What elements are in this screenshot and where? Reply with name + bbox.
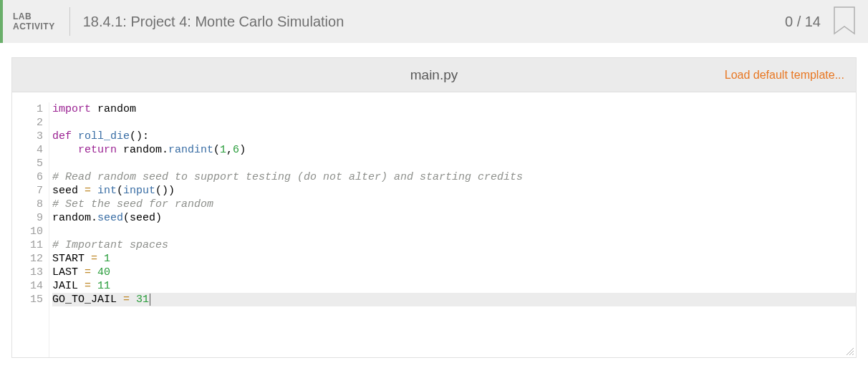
lab-label-line2: ACTIVITY xyxy=(13,21,55,32)
activity-header: LAB ACTIVITY 18.4.1: Project 4: Monte Ca… xyxy=(0,0,868,43)
line-number: 11 xyxy=(18,238,43,252)
code-line[interactable]: JAIL = 11 xyxy=(52,279,856,293)
score-display: 0 / 14 xyxy=(785,14,828,30)
line-number: 9 xyxy=(18,211,43,225)
line-number: 13 xyxy=(18,266,43,279)
line-number: 8 xyxy=(18,198,43,211)
code-line[interactable] xyxy=(52,116,856,130)
code-line[interactable]: return random.randint(1,6) xyxy=(52,143,856,157)
line-number: 7 xyxy=(18,184,43,198)
code-line[interactable] xyxy=(52,225,856,238)
line-number: 12 xyxy=(18,252,43,266)
code-line[interactable]: # Set the seed for random xyxy=(52,198,856,211)
code-lines[interactable]: import randomdef roll_die(): return rand… xyxy=(49,102,856,357)
text-cursor xyxy=(150,294,150,306)
line-number: 14 xyxy=(18,279,43,293)
code-area[interactable]: 123456789101112131415 import randomdef r… xyxy=(12,92,856,357)
load-default-template-link[interactable]: Load default template... xyxy=(725,69,844,82)
code-line[interactable]: def roll_die(): xyxy=(52,130,856,143)
svg-line-2 xyxy=(852,354,854,355)
code-line[interactable]: # Important spaces xyxy=(52,238,856,252)
code-line[interactable]: random.seed(seed) xyxy=(52,211,856,225)
code-line[interactable] xyxy=(52,157,856,170)
line-number: 5 xyxy=(18,157,43,170)
line-number-gutter: 123456789101112131415 xyxy=(12,102,49,357)
line-number: 4 xyxy=(18,143,43,157)
editor-tabbar: main.py Load default template... xyxy=(12,58,856,92)
line-number: 6 xyxy=(18,170,43,184)
code-line[interactable]: import random xyxy=(52,102,856,116)
resize-handle-icon[interactable] xyxy=(844,346,854,356)
code-line[interactable]: seed = int(input()) xyxy=(52,184,856,198)
bookmark-icon[interactable] xyxy=(832,6,857,37)
code-line[interactable]: START = 1 xyxy=(52,252,856,266)
code-line[interactable]: LAST = 40 xyxy=(52,266,856,279)
code-line[interactable]: # Read random seed to support testing (d… xyxy=(52,170,856,184)
activity-title: 18.4.1: Project 4: Monte Carlo Simulatio… xyxy=(70,14,785,30)
line-number: 2 xyxy=(18,116,43,130)
code-editor: main.py Load default template... 1234567… xyxy=(11,57,857,358)
lab-label-line1: LAB xyxy=(13,11,55,21)
line-number: 1 xyxy=(18,102,43,116)
code-line[interactable]: GO_TO_JAIL = 31 xyxy=(52,293,856,306)
lab-activity-label: LAB ACTIVITY xyxy=(3,11,69,32)
line-number: 3 xyxy=(18,130,43,143)
line-number: 10 xyxy=(18,225,43,238)
line-number: 15 xyxy=(18,293,43,306)
